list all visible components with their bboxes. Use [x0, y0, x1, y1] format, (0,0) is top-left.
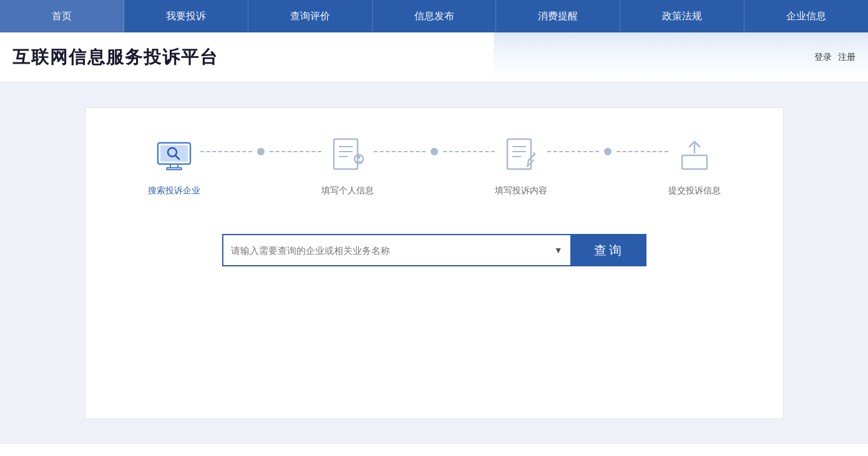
svg-rect-3: [167, 168, 182, 170]
nav-item-enterprise[interactable]: 企业信息: [744, 0, 868, 32]
step-1: 搜索投诉企业: [148, 133, 200, 196]
step-3: 填写投诉内容: [495, 133, 547, 196]
connector-1: [200, 133, 321, 170]
search-area: ▼ 查询: [123, 234, 746, 266]
connector-line-1: [200, 151, 252, 152]
nav-item-complaint[interactable]: 我要投诉: [124, 0, 248, 32]
step-1-label: 搜索投诉企业: [148, 185, 200, 196]
header-actions: 登录 注册: [814, 52, 856, 63]
register-link[interactable]: 注册: [838, 52, 856, 63]
site-header: 互联网信息服务投诉平台 登录 注册: [0, 32, 868, 82]
connector-dot-1: [257, 148, 265, 155]
nav-item-home[interactable]: 首页: [0, 0, 124, 32]
connector-2: [374, 133, 495, 170]
content-inner: 搜索投诉企业: [85, 107, 784, 419]
step-2: 填写个人信息: [321, 133, 374, 196]
search-input[interactable]: [231, 245, 554, 256]
steps-container: 搜索投诉企业: [123, 133, 746, 196]
step-3-label: 填写投诉内容: [495, 185, 547, 196]
connector-line-3b: [617, 151, 668, 152]
svg-line-19: [534, 153, 535, 154]
nav-item-policy[interactable]: 政策法规: [620, 0, 744, 32]
connector-dot-3: [604, 148, 612, 155]
nav-item-query[interactable]: 查询评价: [248, 0, 373, 32]
nav-item-reminder[interactable]: 消费提醒: [496, 0, 620, 32]
connector-line-2: [374, 151, 426, 152]
step-2-label: 填写个人信息: [321, 185, 374, 196]
navigation-bar: 首页 我要投诉 查询评价 信息发布 消费提醒 政策法规 企业信息: [0, 0, 868, 32]
connector-3: [547, 133, 668, 170]
step-4-label: 提交投诉信息: [668, 185, 721, 196]
svg-point-11: [357, 156, 360, 159]
connector-dot-2: [431, 148, 438, 155]
svg-rect-6: [334, 139, 358, 169]
connector-line-1b: [270, 151, 321, 152]
step-4-icon: [672, 133, 717, 178]
login-link[interactable]: 登录: [814, 52, 832, 63]
connector-line-3: [547, 151, 599, 152]
step-3-icon: [499, 133, 544, 178]
main-content: 搜索投诉企业: [0, 82, 868, 444]
step-2-icon: [325, 133, 370, 178]
nav-item-info[interactable]: 信息发布: [373, 0, 497, 32]
step-1-icon: [152, 133, 197, 178]
svg-rect-20: [682, 155, 707, 169]
header-background-decoration: [494, 32, 868, 82]
search-button[interactable]: 查询: [572, 234, 646, 266]
search-input-wrapper: ▼: [222, 234, 572, 266]
step-4: 提交投诉信息: [668, 133, 721, 196]
site-title: 互联网信息服务投诉平台: [12, 46, 218, 69]
dropdown-icon[interactable]: ▼: [554, 245, 563, 255]
connector-line-2b: [443, 151, 495, 152]
